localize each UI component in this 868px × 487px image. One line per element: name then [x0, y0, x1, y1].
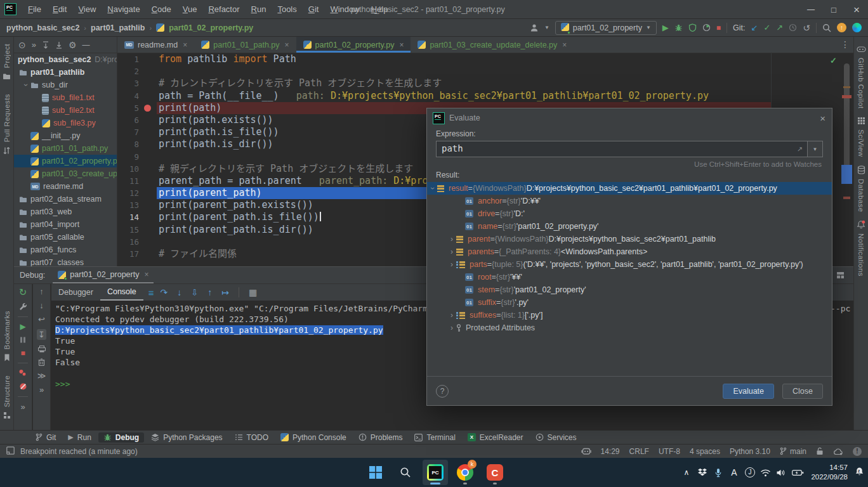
menu-code[interactable]: Code: [146, 4, 177, 14]
toolwindow-button-run[interactable]: ▶Run: [63, 432, 96, 443]
tool-strip-pull-requests[interactable]: Pull Requests: [0, 87, 13, 162]
code-line-4[interactable]: 4path = Path(__file__) path: D:¥projects…: [117, 90, 853, 102]
console-menu-icon[interactable]: ≡: [148, 288, 154, 297]
caret-position[interactable]: 14:29: [601, 447, 620, 456]
resume-icon[interactable]: ▶: [20, 323, 25, 330]
run-configuration-select[interactable]: part01_02_property▼: [555, 21, 657, 35]
rollback-icon[interactable]: ↺: [803, 23, 810, 32]
expand-all-icon[interactable]: [42, 41, 49, 49]
editor-tab[interactable]: part01_02_property.py×: [296, 37, 411, 53]
volume-icon[interactable]: [776, 469, 787, 477]
update-project-icon[interactable]: ↙: [751, 23, 758, 32]
project-root-row[interactable]: python_basic_sec2D:¥projects: [14, 53, 117, 66]
editor-tab[interactable]: part01_01_path.py×: [194, 37, 296, 53]
file-encoding[interactable]: UTF-8: [659, 447, 680, 456]
menu-navigate[interactable]: Navigate: [102, 4, 145, 14]
project-tree-item[interactable]: part01_02_property.py: [14, 155, 117, 167]
alert-icon[interactable]: !: [853, 447, 862, 456]
result-tree-row[interactable]: 01name = {str} 'part01_02_property.py': [427, 220, 832, 233]
unlock-icon[interactable]: [816, 447, 824, 455]
result-tree-row[interactable]: ›suffixes = {list: 1} ['.py']: [427, 309, 832, 321]
project-tree-item[interactable]: part02_data_stream: [14, 193, 117, 205]
project-tree-item[interactable]: part07_classes: [14, 256, 117, 266]
step-into-my-code-icon[interactable]: ⇩: [191, 289, 198, 297]
more-icon[interactable]: »: [32, 41, 36, 49]
tab-console[interactable]: Console: [100, 284, 143, 301]
toolwindow-button-git[interactable]: Git: [30, 432, 61, 443]
line-separator[interactable]: CRLF: [629, 447, 649, 456]
project-tree-item[interactable]: part04_import: [14, 218, 117, 231]
toolwindow-button-python-packages[interactable]: Python Packages: [146, 432, 227, 443]
battery-icon[interactable]: [792, 469, 804, 476]
menu-run[interactable]: Run: [246, 4, 272, 14]
mute-breakpoints-icon[interactable]: [19, 382, 27, 391]
tool-strip-sciview[interactable]: SciView: [854, 108, 868, 157]
project-tree-item[interactable]: part01_pathlib: [14, 66, 117, 79]
j-app-icon[interactable]: J: [745, 467, 755, 477]
project-tree-item[interactable]: sub_file3.py: [14, 117, 117, 129]
print-icon[interactable]: [38, 346, 46, 353]
focus-assist-icon[interactable]: z: [855, 467, 864, 476]
chevron-down-icon[interactable]: ▼: [544, 25, 549, 30]
softwrap-icon[interactable]: ↩: [38, 315, 45, 323]
evaluate-button[interactable]: Evaluate: [723, 384, 774, 399]
project-tree-item[interactable]: part03_web: [14, 205, 117, 218]
scrollbar-thumb[interactable]: [844, 63, 850, 178]
project-tree-item[interactable]: sub_file1.txt: [14, 91, 117, 104]
code-line-3[interactable]: 3# カレントディレクトリを示す Path オブジェクトを生成します: [117, 77, 853, 89]
tool-strip-github-copilot[interactable]: GitHub Copilot: [854, 37, 868, 108]
breadcrumb-item[interactable]: python_basic_sec2: [6, 23, 79, 32]
cloud-settings-icon[interactable]: [833, 448, 843, 455]
status-message[interactable]: Breakpoint reached (a minute ago): [20, 447, 138, 456]
maximize-icon[interactable]: □: [822, 0, 845, 19]
ime-icon[interactable]: A: [731, 468, 737, 477]
chevron-down-icon[interactable]: ›: [428, 184, 437, 193]
chevron-right-icon[interactable]: ›: [447, 260, 456, 269]
close-button[interactable]: Close: [782, 384, 823, 399]
expression-input[interactable]: path ↗ ▼: [436, 141, 823, 157]
microphone-icon[interactable]: [714, 468, 722, 477]
stop-icon[interactable]: ■: [716, 24, 721, 32]
toolwindow-button-services[interactable]: Services: [530, 432, 582, 443]
project-tree-item[interactable]: part06_funcs: [14, 244, 117, 256]
tool-strip-bookmarks[interactable]: Bookmarks: [0, 304, 14, 368]
result-tree-row[interactable]: ›Protected Attributes: [427, 321, 832, 334]
close-icon[interactable]: ×: [144, 270, 148, 279]
toolwindow-button-excelreader[interactable]: XExcelReader: [463, 432, 529, 443]
close-icon[interactable]: ×: [183, 41, 187, 49]
help-button[interactable]: ?: [436, 385, 449, 398]
history-icon[interactable]: [789, 23, 797, 32]
coverage-icon[interactable]: [688, 23, 697, 32]
chevron-down-icon[interactable]: ›: [22, 81, 30, 89]
menu-file[interactable]: File: [22, 4, 47, 14]
debug-icon[interactable]: [674, 23, 683, 32]
code-with-me-icon[interactable]: [852, 23, 862, 32]
step-out-icon[interactable]: ↑: [207, 288, 212, 297]
indent-style[interactable]: 4 spaces: [690, 447, 720, 456]
breadcrumb-item[interactable]: part01_02_property.py: [169, 23, 253, 32]
settings-gear-icon[interactable]: ⚙: [69, 41, 77, 49]
menu-refactor[interactable]: Refactor: [202, 4, 245, 14]
close-icon[interactable]: ×: [399, 41, 404, 49]
chevron-right-icon[interactable]: ›: [447, 323, 456, 332]
tool-strip-structure[interactable]: Structure: [0, 368, 14, 426]
tool-strip-project[interactable]: Project: [0, 37, 13, 87]
result-tree-row[interactable]: 01suffix = {str} '.py': [427, 296, 832, 309]
menu-git[interactable]: Git: [303, 4, 325, 14]
breadcrumb-item[interactable]: part01_pathlib: [91, 23, 145, 32]
taskbar-start-icon[interactable]: [363, 460, 388, 485]
taskbar-pycharm-app-icon[interactable]: PC: [423, 460, 448, 485]
restore-layout-icon[interactable]: [836, 271, 845, 279]
fast-forward-icon[interactable]: ≫: [37, 372, 46, 380]
pause-icon[interactable]: [19, 336, 27, 344]
project-tree-item[interactable]: __init__.py: [14, 129, 117, 142]
editor-scrollbar[interactable]: [841, 53, 852, 266]
close-icon[interactable]: ×: [285, 41, 289, 49]
user-icon[interactable]: [530, 23, 539, 32]
minimize-icon[interactable]: —: [799, 0, 822, 19]
result-tree-row[interactable]: 01drive = {str} 'D:': [427, 207, 832, 220]
search-everywhere-icon[interactable]: [822, 23, 831, 32]
taskbar-clock[interactable]: 14:57 2022/09/28: [811, 463, 848, 482]
tray-expand-icon[interactable]: ∧: [684, 469, 690, 476]
scroll-to-end-icon[interactable]: ↧: [38, 330, 45, 339]
